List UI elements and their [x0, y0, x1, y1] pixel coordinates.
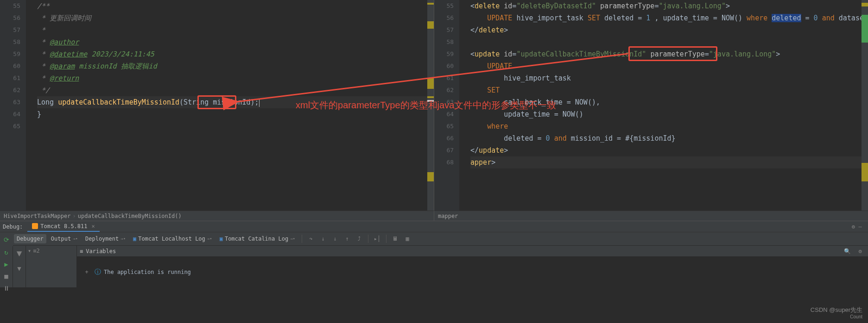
force-step-into-icon[interactable]: ⇓ [330, 234, 340, 244]
deployment-tab[interactable]: Deployment→• [82, 234, 128, 243]
tomcat-tab[interactable]: Tomcat 8.5.811 × [27, 222, 99, 232]
close-icon[interactable]: × [92, 223, 95, 230]
gear-icon[interactable]: ⚙ [852, 224, 855, 230]
watermark: CSDN @super先生 Count [811, 306, 862, 319]
search-icon[interactable]: 🔍 [842, 246, 852, 256]
debug-side-toolbar: ↻ ▶ ■ ⏸ [0, 246, 13, 287]
drop-frame-icon[interactable]: ⤴ [354, 234, 364, 244]
left-scrollbar[interactable] [427, 0, 434, 211]
variables-header: ≡ Variables 🔍 ⚙ [77, 246, 868, 257]
frames-dropdown-icon[interactable]: ⯆ [14, 248, 25, 259]
settings-icon[interactable]: ⚙ [855, 246, 865, 256]
breadcrumb-class[interactable]: HiveImportTaskMapper [4, 213, 71, 219]
pause-icon[interactable]: ⏸ [1, 285, 12, 292]
add-watch-icon[interactable]: + [82, 267, 92, 277]
right-scrollbar[interactable] [862, 0, 868, 211]
run-tabbar: Debug: Tomcat 8.5.811 × ⚙ — [0, 221, 868, 232]
status-text: The application is running [104, 269, 191, 275]
debug-body: ↻ ▶ ■ ⏸ ⯆ ▼ ▾ ≡2 ≡ Variables 🔍 ⚙ + ⓘ The… [0, 246, 868, 287]
restart-icon[interactable]: ⟳ [1, 235, 12, 245]
right-editor-pane[interactable]: 5556575859606162636465666768 <delete id=… [434, 0, 868, 211]
step-over-icon[interactable]: ↷ [306, 234, 316, 244]
variables-panel: ≡ Variables 🔍 ⚙ + ⓘ The application is r… [77, 246, 868, 287]
frames-panel[interactable]: ▾ ≡2 [26, 246, 77, 287]
output-tab[interactable]: Output→• [48, 234, 81, 243]
right-gutter: 5556575859606162636465666768 [434, 0, 459, 211]
tomcat-icon [32, 223, 38, 229]
stop-icon[interactable]: ■ [1, 273, 12, 280]
right-breadcrumb[interactable]: mapper [434, 211, 868, 221]
divider [302, 235, 302, 243]
left-code[interactable]: /** * 更新回调时间 * * @author * @datetime 202… [26, 0, 434, 211]
breadcrumb-mapper[interactable]: mapper [438, 213, 458, 219]
debug-label: Debug: [3, 224, 23, 230]
divider [368, 235, 368, 243]
rerun-icon[interactable]: ↻ [1, 248, 12, 256]
left-breadcrumb[interactable]: HiveImportTaskMapper › updateCallbackTim… [0, 211, 434, 221]
hide-icon[interactable]: — [855, 222, 865, 232]
trace-icon[interactable]: ▦ [402, 234, 412, 244]
info-icon: ⓘ [95, 268, 101, 276]
step-into-icon[interactable]: ↓ [318, 234, 328, 244]
debug-tabs-row: Debugger Output→• Deployment→• ▣Tomcat L… [0, 232, 868, 246]
resume-icon[interactable]: ▶ [1, 261, 12, 268]
breadcrumb-sep: › [73, 213, 76, 219]
left-editor-pane[interactable]: 5556575859606162636465 /** * 更新回调时间 * * … [0, 0, 434, 211]
debugger-tab[interactable]: Debugger [14, 234, 46, 243]
catalina-log-tab[interactable]: ▣Tomcat Catalina Log→• [217, 234, 298, 243]
filter-icon[interactable]: ▼ [14, 263, 25, 273]
right-code[interactable]: <delete id="deleteByDatasetId" parameter… [459, 0, 868, 211]
frames-toolbar: ⯆ ▼ [13, 246, 26, 287]
breadcrumbs-row: HiveImportTaskMapper › updateCallbackTim… [0, 211, 868, 221]
variables-body[interactable]: + ⓘ The application is running [77, 257, 868, 287]
layout-icon[interactable]: ≡ [80, 248, 83, 255]
restart-toolbar: ⟳ [0, 233, 13, 246]
thread-selector[interactable]: ▾ [28, 248, 31, 254]
divider [386, 235, 386, 243]
editor-split: 5556575859606162636465 /** * 更新回调时间 * * … [0, 0, 868, 211]
left-gutter: 5556575859606162636465 [0, 0, 26, 211]
localhost-log-tab[interactable]: ▣Tomcat Localhost Log→• [130, 234, 215, 243]
evaluate-icon[interactable]: 🖩 [390, 234, 400, 244]
step-out-icon[interactable]: ↑ [342, 234, 352, 244]
run-to-cursor-icon[interactable]: ▸│ [372, 234, 382, 244]
breadcrumb-method[interactable]: updateCallbackTimeByMissionId() [78, 213, 182, 219]
